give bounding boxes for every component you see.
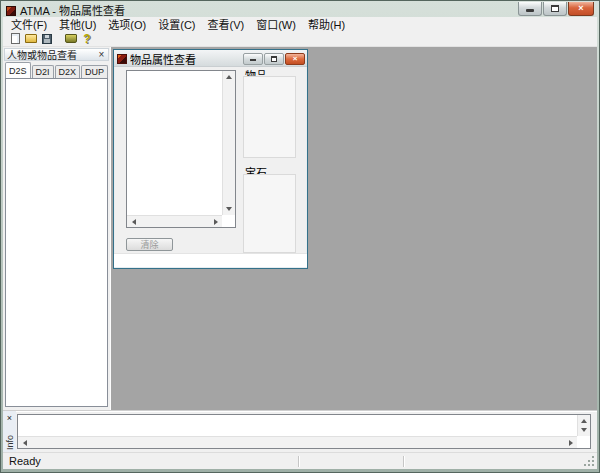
scroll-right-icon xyxy=(569,440,573,446)
scroll-left-button[interactable] xyxy=(127,216,140,228)
close-button[interactable]: × xyxy=(568,2,594,16)
child-window-controls: × xyxy=(242,53,305,65)
menu-file[interactable]: 文件(F) xyxy=(5,16,53,32)
menu-help[interactable]: 帮助(H) xyxy=(302,16,351,32)
scroll-left-icon xyxy=(23,440,27,446)
scroll-right-button[interactable] xyxy=(209,216,222,228)
scroll-right-button[interactable] xyxy=(564,437,577,449)
title-bar-inner: ATMA - 物品属性查看 × xyxy=(3,1,597,17)
open-folder-icon xyxy=(25,34,37,43)
close-icon: × xyxy=(293,55,298,63)
scroll-down-icon xyxy=(226,207,232,211)
info-close-button[interactable]: × xyxy=(5,414,14,422)
scroll-left-button[interactable] xyxy=(18,437,31,449)
resize-grip-icon[interactable] xyxy=(592,464,594,466)
scroll-up-button[interactable] xyxy=(222,71,235,83)
pane-title: 人物或物品查看 xyxy=(7,48,77,61)
tab-dup[interactable]: DUP xyxy=(81,65,108,78)
mdi-workspace: 物品属性查看 × xyxy=(111,47,597,410)
atma-logo-icon xyxy=(6,6,16,16)
menu-view[interactable]: 查看(V) xyxy=(202,16,251,32)
restore-icon xyxy=(551,5,559,12)
status-divider xyxy=(298,456,300,467)
info-panel: × Info xyxy=(3,410,597,452)
horizontal-scrollbar[interactable] xyxy=(127,215,222,227)
tab-d2x[interactable]: D2X xyxy=(55,65,81,78)
menu-window[interactable]: 窗口(W) xyxy=(250,16,302,32)
child-close-button[interactable]: × xyxy=(285,53,305,65)
menu-other[interactable]: 其他(U) xyxy=(53,16,102,32)
new-file-icon xyxy=(11,33,20,44)
window-controls: × xyxy=(517,2,594,16)
child-title-bar[interactable]: 物品属性查看 × xyxy=(114,50,307,67)
application-window: ATMA - 物品属性查看 × 文件(F) 其他(U) 选项(O) 设置(C) … xyxy=(0,0,600,473)
status-divider xyxy=(403,456,405,467)
horizontal-scrollbar[interactable] xyxy=(18,436,577,448)
help-icon: ? xyxy=(83,32,90,46)
scroll-right-icon xyxy=(214,219,218,225)
open-file-button[interactable] xyxy=(23,31,39,46)
file-list[interactable] xyxy=(5,78,108,407)
help-button[interactable]: ? xyxy=(79,31,95,46)
close-icon: × xyxy=(578,4,583,13)
pane-tabs: D2S D2I D2X DUP xyxy=(3,62,110,78)
menu-settings[interactable]: 设置(C) xyxy=(152,16,201,32)
restore-button[interactable] xyxy=(543,2,567,16)
info-output-box[interactable] xyxy=(17,414,591,449)
scroll-up-icon xyxy=(226,75,232,79)
status-bar: Ready xyxy=(3,452,597,469)
menu-options[interactable]: 选项(O) xyxy=(102,16,152,32)
save-button[interactable] xyxy=(39,31,55,46)
pane-header[interactable]: 人物或物品查看 × xyxy=(4,48,109,61)
title-bar[interactable]: ATMA - 物品属性查看 × xyxy=(3,1,597,17)
child-window-title: 物品属性查看 xyxy=(130,51,196,67)
item-list-box[interactable] xyxy=(126,70,236,228)
main-area: 人物或物品查看 × D2S D2I D2X DUP 物品属性查看 × xyxy=(3,47,597,410)
gem-display-box xyxy=(243,174,296,253)
vertical-scrollbar[interactable] xyxy=(577,415,590,436)
child-minimize-button[interactable] xyxy=(243,53,263,65)
item-display-box xyxy=(243,76,296,158)
minimize-button[interactable] xyxy=(518,2,542,16)
scroll-up-icon xyxy=(581,419,587,423)
child-restore-button[interactable] xyxy=(264,53,284,65)
print-icon xyxy=(65,34,77,43)
child-bottom-strip xyxy=(114,253,307,267)
minimize-icon xyxy=(526,9,534,12)
vertical-scrollbar[interactable] xyxy=(222,71,235,215)
toolbar: ? xyxy=(3,31,597,47)
scroll-down-button[interactable] xyxy=(577,424,590,436)
tab-d2i[interactable]: D2I xyxy=(32,65,54,78)
minimize-icon xyxy=(250,59,256,61)
item-properties-window: 物品属性查看 × xyxy=(113,49,308,269)
scroll-left-icon xyxy=(132,219,136,225)
character-item-pane: 人物或物品查看 × D2S D2I D2X DUP xyxy=(3,47,111,410)
child-client-area: 清除 物品 宝石 xyxy=(114,67,307,267)
status-text: Ready xyxy=(9,455,41,467)
pane-close-button[interactable]: × xyxy=(97,50,106,59)
save-icon xyxy=(42,34,52,44)
info-tab-label[interactable]: Info xyxy=(5,435,15,450)
info-panel-tab: × Info xyxy=(3,411,16,452)
clear-button[interactable]: 清除 xyxy=(126,238,173,251)
tab-d2s[interactable]: D2S xyxy=(5,62,31,78)
new-file-button[interactable] xyxy=(7,31,23,46)
restore-icon xyxy=(271,56,277,62)
atma-demon-icon xyxy=(117,54,127,64)
print-button[interactable] xyxy=(63,31,79,46)
scroll-down-button[interactable] xyxy=(222,203,235,215)
menu-bar: 文件(F) 其他(U) 选项(O) 设置(C) 查看(V) 窗口(W) 帮助(H… xyxy=(3,17,597,31)
scroll-down-icon xyxy=(581,428,587,432)
